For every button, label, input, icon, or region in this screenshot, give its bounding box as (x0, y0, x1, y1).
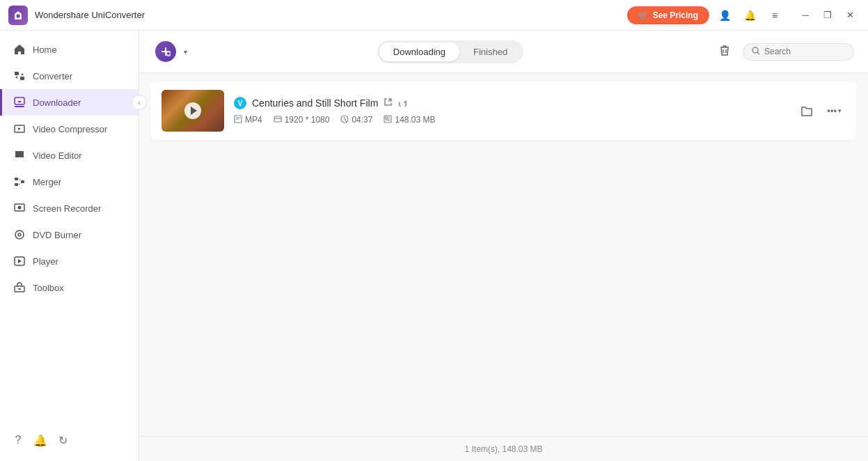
svg-point-6 (18, 153, 21, 156)
resolution-value: 1920 * 1080 (285, 115, 330, 125)
svg-rect-4 (15, 106, 24, 107)
help-icon[interactable]: ? (11, 433, 25, 447)
main-layout: Home Converter Downloader ‹ (0, 31, 868, 461)
status-bar: 1 Item(s), 148.03 MB (139, 436, 868, 461)
add-download-button[interactable] (153, 39, 178, 64)
filesize-value: 148.03 MB (395, 115, 435, 125)
clock-icon (340, 115, 349, 125)
svg-rect-2 (20, 77, 24, 80)
play-overlay[interactable] (184, 102, 201, 119)
more-actions-button[interactable]: ••• ▾ (823, 103, 846, 119)
status-text: 1 Item(s), 148.03 MB (464, 444, 542, 454)
play-triangle-icon (191, 107, 197, 115)
refresh-icon[interactable]: ↻ (56, 433, 70, 447)
svg-rect-7 (15, 178, 18, 180)
ellipsis-icon: ••• (827, 106, 837, 116)
notification-button[interactable]: 🔔 (740, 6, 759, 25)
svg-rect-1 (15, 72, 19, 75)
sidebar-item-dvd-burner[interactable]: DVD Burner (0, 221, 139, 248)
cart-icon: 🛒 (638, 10, 649, 20)
vimeo-badge: V (234, 97, 246, 109)
filesize-icon (384, 115, 392, 125)
sidebar: Home Converter Downloader ‹ (0, 31, 139, 461)
video-thumbnail (161, 90, 224, 132)
sidebar-item-home[interactable]: Home (0, 36, 139, 63)
video-meta: MP4 1920 * 1080 (234, 115, 787, 125)
trash-icon (718, 44, 731, 59)
svg-point-12 (19, 207, 20, 208)
titlebar-actions: 🛒 See Pricing 👤 🔔 ≡ ─ ❐ ✕ (627, 6, 860, 25)
svg-point-0 (17, 14, 20, 17)
svg-point-14 (18, 233, 21, 236)
dvd-burner-icon (13, 228, 26, 241)
tab-downloading[interactable]: Downloading (379, 42, 459, 61)
video-item: V Centuries and Still Short Film (150, 81, 857, 140)
merger-icon (13, 175, 26, 188)
meta-filesize: 148.03 MB (384, 115, 435, 125)
svg-rect-17 (18, 288, 21, 290)
format-value: MP4 (245, 115, 262, 125)
sidebar-item-screen-recorder[interactable]: Screen Recorder (0, 195, 139, 221)
video-info: V Centuries and Still Short Film (234, 97, 787, 125)
format-icon (234, 115, 242, 125)
toolbox-icon (13, 281, 26, 294)
user-icon-button[interactable]: 👤 (715, 6, 734, 25)
sidebar-item-merger[interactable]: Merger (0, 169, 139, 195)
video-actions: ••• ▾ (796, 100, 846, 121)
duration-value: 04:37 (352, 115, 372, 125)
svg-rect-8 (15, 183, 18, 186)
app-title: Wondershare UniConverter (35, 10, 627, 20)
bell-icon: 🔔 (744, 10, 756, 21)
search-icon (752, 47, 760, 57)
sidebar-item-converter[interactable]: Converter (0, 63, 139, 89)
search-input[interactable] (764, 47, 845, 56)
maximize-button[interactable]: ❐ (818, 6, 837, 25)
player-icon (13, 255, 26, 267)
downloader-icon (13, 96, 26, 109)
sidebar-item-toolbox[interactable]: Toolbox (0, 274, 139, 301)
resolution-icon (274, 115, 282, 125)
screen-recorder-icon (13, 202, 26, 214)
svg-rect-9 (21, 180, 24, 183)
sidebar-item-downloader[interactable]: Downloader ‹ (0, 89, 139, 116)
menu-button[interactable]: ≡ (765, 6, 784, 25)
header-left: ▾ (153, 39, 187, 64)
sidebar-item-video-compressor[interactable]: Video Compressor (0, 116, 139, 142)
sidebar-bottom: ? 🔔 ↻ (0, 425, 139, 455)
user-avatar-icon: 👤 (719, 10, 731, 21)
video-list: V Centuries and Still Short Film (139, 73, 868, 436)
video-title-row: V Centuries and Still Short Film (234, 97, 787, 109)
add-circle-icon (155, 41, 176, 62)
dropdown-arrow-icon[interactable]: ▾ (184, 48, 187, 56)
collapse-sidebar-button[interactable]: ‹ (132, 95, 147, 110)
converter-icon (13, 70, 26, 82)
meta-format: MP4 (234, 115, 262, 125)
meta-duration: 04:37 (340, 115, 372, 125)
app-logo (8, 6, 28, 25)
close-button[interactable]: ✕ (840, 6, 860, 25)
minimize-button[interactable]: ─ (796, 6, 815, 25)
sidebar-item-player[interactable]: Player (0, 248, 139, 274)
tabs-container: Downloading Finished (377, 40, 523, 63)
tab-finished[interactable]: Finished (459, 42, 521, 61)
video-title: Centuries and Still Short Film (252, 97, 378, 109)
svg-rect-21 (274, 116, 281, 122)
meta-resolution: 1920 * 1080 (274, 115, 330, 125)
svg-point-19 (752, 47, 758, 53)
titlebar: Wondershare UniConverter 🛒 See Pricing 👤… (0, 0, 868, 31)
open-folder-button[interactable] (796, 100, 817, 121)
hamburger-icon: ≡ (772, 10, 778, 21)
home-icon (13, 43, 26, 56)
delete-all-button[interactable] (713, 40, 736, 63)
content-area: ▾ Downloading Finished (139, 31, 868, 461)
notification-sidebar-icon[interactable]: 🔔 (33, 433, 47, 447)
sidebar-item-video-editor[interactable]: Video Editor (0, 142, 139, 169)
search-box (743, 43, 854, 61)
open-external-icon[interactable] (384, 97, 393, 109)
see-pricing-button[interactable]: 🛒 See Pricing (627, 6, 709, 24)
header-right (713, 40, 854, 63)
more-chevron-icon: ▾ (838, 107, 842, 114)
video-compressor-icon (13, 123, 26, 135)
refresh-video-icon[interactable] (398, 97, 407, 109)
svg-point-13 (15, 230, 24, 239)
